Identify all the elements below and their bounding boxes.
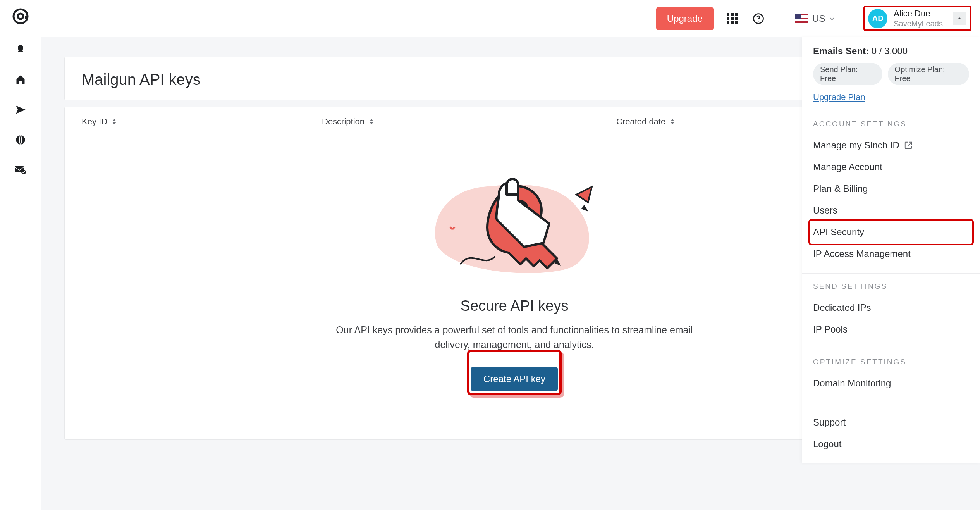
col-created-label: Created date (616, 117, 665, 127)
col-key-id-label: Key ID (82, 117, 107, 127)
col-description-label: Description (322, 117, 364, 127)
nav-getting-started-icon[interactable] (15, 43, 26, 55)
sort-icon (369, 119, 374, 125)
chevron-down-icon (829, 16, 835, 22)
menu-domain-monitoring[interactable]: Domain Monitoring (813, 372, 969, 394)
menu-plan-billing[interactable]: Plan & Billing (813, 178, 969, 200)
optimize-plan-chip: Optimize Plan: Free (888, 63, 969, 85)
svg-point-6 (758, 20, 759, 21)
send-settings-label: SEND SETTINGS (813, 282, 969, 291)
nav-receive-icon[interactable] (15, 164, 26, 176)
optimize-settings-label: OPTIMIZE SETTINGS (813, 358, 969, 366)
sort-icon (670, 119, 675, 125)
create-api-key-button[interactable]: Create API key (471, 367, 558, 391)
empty-title: Secure API keys (461, 298, 569, 314)
flag-us-icon (795, 14, 808, 23)
topbar-divider (777, 0, 777, 37)
menu-ip-pools[interactable]: IP Pools (813, 319, 969, 340)
work-area: Mailgun API keys Key ID Description (41, 37, 980, 510)
external-link-icon (904, 141, 913, 150)
emails-sent: Emails Sent: 0 / 3,000 (813, 46, 969, 57)
empty-description: Our API keys provides a powerful set of … (321, 323, 708, 352)
caret-up-icon (953, 12, 966, 25)
menu-manage-account[interactable]: Manage Account (813, 156, 969, 178)
menu-ip-access[interactable]: IP Access Management (813, 243, 969, 265)
help-icon[interactable] (751, 11, 766, 26)
upgrade-plan-link[interactable]: Upgrade Plan (813, 92, 865, 102)
col-created[interactable]: Created date (616, 117, 709, 127)
sort-icon (112, 119, 117, 125)
key-illustration (414, 167, 615, 284)
region-label: US (812, 13, 825, 24)
avatar: AD (868, 9, 887, 28)
send-plan-chip: Send Plan: Free (813, 63, 882, 85)
user-dropdown: Emails Sent: 0 / 3,000 Send Plan: Free O… (802, 37, 980, 463)
menu-support[interactable]: Support (813, 412, 969, 433)
user-company: SaveMyLeads (894, 19, 943, 29)
menu-dedicated-ips[interactable]: Dedicated IPs (813, 297, 969, 319)
svg-point-1 (18, 14, 23, 19)
left-nav-rail (0, 0, 41, 510)
topbar-divider (853, 0, 853, 37)
col-key-id[interactable]: Key ID (82, 117, 322, 127)
menu-manage-sinch-id[interactable]: Manage my Sinch ID (813, 134, 969, 156)
menu-users[interactable]: Users (813, 200, 969, 221)
menu-api-security[interactable]: API Security (811, 221, 971, 243)
account-settings-label: ACCOUNT SETTINGS (813, 120, 969, 128)
upgrade-button[interactable]: Upgrade (656, 7, 714, 30)
nav-home-icon[interactable] (15, 74, 26, 85)
col-description[interactable]: Description (322, 117, 616, 127)
nav-send-icon[interactable] (15, 104, 26, 115)
user-name: Alice Due (894, 8, 943, 19)
brand-logo (12, 8, 29, 25)
topbar: Upgrade US AD Alice Due SaveMyLeads (41, 0, 980, 37)
nav-globe-icon[interactable] (15, 134, 26, 146)
region-selector[interactable]: US (788, 13, 842, 24)
user-menu-trigger[interactable]: AD Alice Due SaveMyLeads (864, 7, 971, 30)
apps-grid-icon[interactable] (724, 11, 740, 26)
menu-logout[interactable]: Logout (813, 433, 969, 455)
